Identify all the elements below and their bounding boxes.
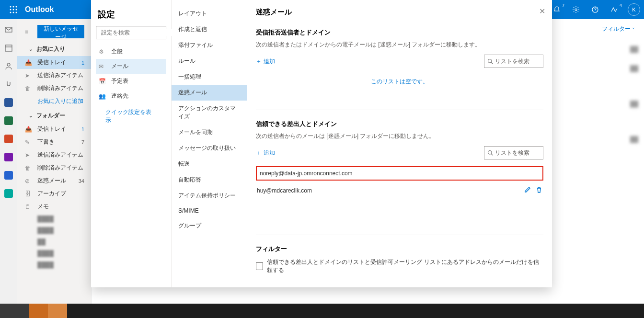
- folder-item[interactable]: ⊘迷惑メール34: [17, 174, 91, 187]
- sub-compose[interactable]: 作成と返信: [172, 22, 247, 37]
- onenote-rail-icon[interactable]: [4, 152, 13, 162]
- folder-item[interactable]: ➤送信済みアイテム: [17, 148, 91, 161]
- panel-title: 迷惑メール: [256, 8, 543, 17]
- sub-customize-actions[interactable]: アクションのカスタマイズ: [172, 101, 247, 125]
- people-rail-icon[interactable]: [4, 61, 13, 71]
- settings-title: 設定: [98, 9, 164, 20]
- folder-label: 受信トレイ: [37, 125, 66, 133]
- svg-point-24: [488, 59, 492, 63]
- filter-option-1[interactable]: 信頼できる差出人とドメインのリストと受信許可メーリング リストにあるアドレスから…: [256, 258, 543, 274]
- svg-point-8: [16, 12, 17, 13]
- folder-item[interactable]: 📥受信トレイ1: [17, 123, 91, 136]
- mail-rail-icon[interactable]: [4, 25, 13, 34]
- separator: [256, 235, 543, 235]
- category-people[interactable]: 👥連絡先: [96, 89, 166, 103]
- safe-sender-item: huy@mdcareclik.com: [256, 184, 543, 196]
- folder-label: 削除済みアイテム: [37, 84, 83, 92]
- sub-sweep[interactable]: 一括処理: [172, 69, 247, 85]
- svg-rect-19: [5, 45, 12, 51]
- settings-icon[interactable]: [567, 0, 585, 19]
- sub-smime[interactable]: S/MIME: [172, 204, 247, 218]
- safe-sender-email: huy@mdcareclik.com: [257, 187, 312, 194]
- app-name: Outlook: [25, 5, 54, 14]
- folder-sent[interactable]: ➤送信済みアイテム: [17, 69, 91, 82]
- new-message-button[interactable]: 新しいメッセージ: [37, 25, 84, 38]
- sub-message-handling[interactable]: メッセージの取り扱い: [172, 140, 247, 156]
- quick-settings-link[interactable]: クイック設定を表示: [96, 103, 166, 129]
- safe-senders-desc: 次の送信者からのメールは [迷惑メール] フォルダーに移動しません。: [256, 132, 543, 140]
- folder-label: 下書き: [37, 138, 55, 146]
- add-safe-button[interactable]: ＋追加: [256, 149, 275, 157]
- folder-label: メモ: [37, 203, 49, 211]
- edit-icon[interactable]: [524, 186, 531, 194]
- folder-label: 迷惑メール: [37, 177, 66, 185]
- calendar-rail-icon[interactable]: [4, 43, 13, 53]
- folder-deleted[interactable]: 🗑削除済みアイテム: [17, 82, 91, 95]
- svg-line-27: [491, 154, 493, 155]
- category-general[interactable]: ⚙全般: [96, 44, 166, 59]
- folder-item[interactable]: ✎下書き7: [17, 136, 91, 148]
- blocked-empty-message: このリストは空です。: [256, 75, 543, 100]
- word-rail-icon[interactable]: [4, 98, 13, 107]
- folder-label: 削除済みアイテム: [37, 164, 83, 172]
- add-fav-label: お気に入りに追加: [37, 97, 83, 105]
- sub-junk[interactable]: 迷惑メール: [172, 85, 247, 101]
- activity-icon[interactable]: 4: [606, 0, 623, 19]
- folder-label: 送信済みアイテム: [37, 151, 83, 159]
- excel-rail-icon[interactable]: [4, 116, 13, 125]
- sub-rules[interactable]: ルール: [172, 53, 247, 69]
- user-avatar[interactable]: K: [628, 3, 640, 16]
- folder-label: 受信トレイ: [37, 58, 66, 67]
- favorites-section[interactable]: ⌄お気に入り: [17, 41, 91, 56]
- bookings-rail-icon[interactable]: [4, 189, 13, 198]
- blocked-senders-heading: 受信拒否送信者とドメイン: [256, 28, 543, 37]
- powerpoint-rail-icon[interactable]: [4, 134, 13, 144]
- settings-search[interactable]: [96, 26, 166, 39]
- folder-item[interactable]: 🗒メモ: [17, 200, 91, 213]
- taskbar: [0, 304, 644, 318]
- safe-sender-input-row: [256, 166, 543, 181]
- todo-rail-icon[interactable]: [4, 170, 13, 180]
- folders-section[interactable]: ⌄フォルダー: [17, 108, 91, 123]
- bell-badge: 7: [562, 3, 564, 8]
- checkbox[interactable]: [256, 262, 263, 270]
- sub-layout[interactable]: レイアウト: [172, 6, 247, 22]
- delete-icon[interactable]: [536, 186, 542, 194]
- add-blocked-button[interactable]: ＋追加: [256, 57, 275, 66]
- sub-retention[interactable]: アイテム保持ポリシー: [172, 188, 247, 204]
- help-icon[interactable]: [586, 0, 604, 19]
- svg-point-4: [13, 9, 14, 11]
- folder-item[interactable]: 🗄アーカイブ: [17, 187, 91, 200]
- folder-label: 送信済みアイテム: [37, 71, 83, 80]
- sub-sync[interactable]: メールを同期: [172, 125, 247, 140]
- blurred-folder: ██: [17, 236, 91, 248]
- folder-item[interactable]: 🗑削除済みアイテム: [17, 161, 91, 174]
- app-launcher[interactable]: [4, 0, 23, 19]
- folders-section-label: フォルダー: [36, 112, 65, 120]
- settings-search-input[interactable]: [101, 29, 173, 36]
- sub-groups[interactable]: グループ: [172, 218, 247, 234]
- svg-point-1: [13, 6, 14, 8]
- folder-label: アーカイブ: [37, 190, 66, 198]
- folder-inbox[interactable]: 📥受信トレイ1: [17, 56, 91, 69]
- safe-search[interactable]: リストを検索: [484, 146, 543, 159]
- hamburger-button[interactable]: ≡: [20, 24, 34, 39]
- folder-pane: ≡ 新しいメッセージ ⌄お気に入り 📥受信トレイ1 ➤送信済みアイテム 🗑削除済…: [17, 19, 92, 318]
- settings-categories: 設定 ⚙全般 ✉メール 📅予定表 👥連絡先 クイック設定を表示: [91, 0, 172, 287]
- files-rail-icon[interactable]: [4, 80, 13, 89]
- close-button[interactable]: ✕: [539, 7, 545, 16]
- sub-attachments[interactable]: 添付ファイル: [172, 37, 247, 53]
- settings-panel: ✕ 迷惑メール 受信拒否送信者とドメイン 次の送信者またはドメインからの電子メー…: [247, 0, 552, 287]
- sub-auto-reply[interactable]: 自動応答: [172, 172, 247, 188]
- svg-point-7: [13, 12, 14, 13]
- search-icon: [487, 150, 493, 156]
- settings-modal: 設定 ⚙全般 ✉メール 📅予定表 👥連絡先 クイック設定を表示 レイアウト 作成…: [91, 0, 552, 287]
- svg-rect-18: [5, 27, 12, 32]
- category-mail[interactable]: ✉メール: [96, 59, 166, 74]
- safe-sender-input[interactable]: [260, 170, 540, 177]
- category-calendar[interactable]: 📅予定表: [96, 74, 166, 89]
- settings-subcategories: レイアウト 作成と返信 添付ファイル ルール 一括処理 迷惑メール アクションの…: [172, 0, 247, 287]
- add-favorite-link[interactable]: お気に入りに追加: [17, 95, 91, 108]
- blocked-search[interactable]: リストを検索: [484, 55, 543, 68]
- sub-forwarding[interactable]: 転送: [172, 156, 247, 172]
